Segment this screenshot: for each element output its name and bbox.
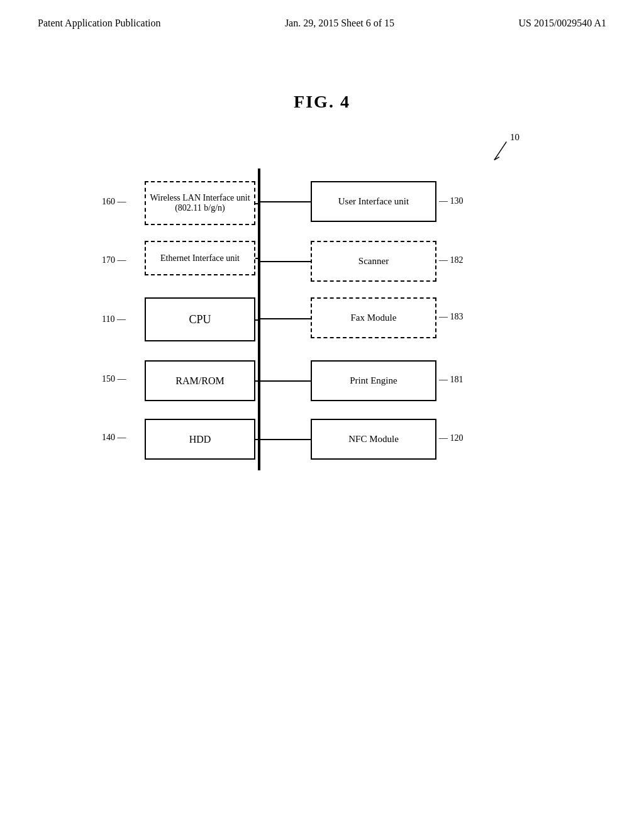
box-ethernet: Ethernet Interface unit [145, 241, 255, 275]
ref-label-182: — 182 [439, 255, 464, 265]
box-nfc-module: NFC Module [311, 419, 436, 460]
ref-10-arrow [489, 138, 511, 168]
ref-label-150: 150 — [102, 374, 126, 384]
box-scanner: Scanner [311, 241, 436, 282]
box-wireless-lan: Wireless LAN Interface unit(802.11 b/g/n… [145, 181, 255, 225]
connector-right-182 [260, 261, 311, 262]
header-left: Patent Application Publication [38, 18, 161, 29]
connector-150 [255, 380, 258, 382]
ref-label-110: 110 — [102, 314, 126, 324]
box-hdd: HDD [145, 419, 255, 460]
ref-label-120: — 120 [439, 433, 464, 443]
header-center: Jan. 29, 2015 Sheet 6 of 15 [285, 18, 394, 29]
box-cpu: CPU [145, 297, 255, 341]
ref-label-160: 160 — [102, 197, 126, 207]
connector-right-181 [260, 380, 311, 382]
diagram: 10 160 — Wireless LAN Interface unit(802… [102, 131, 542, 558]
ref-label-140: 140 — [102, 433, 126, 443]
ref-label-181: — 181 [439, 375, 464, 385]
box-fax-module: Fax Module [311, 297, 436, 338]
connector-right-120 [260, 439, 311, 440]
connector-160 [255, 203, 258, 204]
figure-title: FIG. 4 [0, 92, 644, 112]
connector-170 [255, 258, 258, 259]
ref-label-130: — 130 [439, 196, 464, 206]
svg-line-0 [494, 140, 506, 162]
page-header: Patent Application Publication Jan. 29, … [0, 0, 644, 29]
connector-110 [255, 319, 258, 321]
box-print-engine: Print Engine [311, 360, 436, 401]
ref-label-183: — 183 [439, 312, 464, 322]
box-ramrom: RAM/ROM [145, 360, 255, 401]
ref-label-170: 170 — [102, 255, 126, 265]
bus-line [258, 169, 260, 470]
connector-right-183 [260, 318, 311, 319]
connector-right-130 [260, 201, 311, 202]
connector-140 [255, 439, 258, 440]
header-right: US 2015/0029540 A1 [518, 18, 606, 29]
box-user-interface: User Interface unit [311, 181, 436, 222]
